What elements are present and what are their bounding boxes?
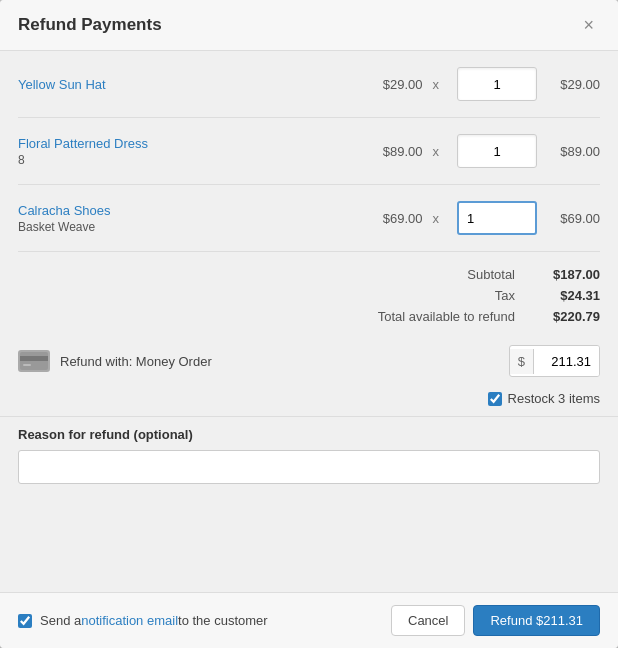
qty-input[interactable]: [457, 134, 537, 168]
card-icon: [18, 350, 50, 372]
subtotal-value: $187.00: [535, 267, 600, 282]
footer-text-post: to the customer: [178, 613, 268, 628]
tax-label: Tax: [495, 288, 515, 303]
qty-input-wrap: [457, 201, 537, 235]
tax-row: Tax $24.31: [18, 285, 600, 306]
summary-section: Subtotal $187.00 Tax $24.31 Total availa…: [0, 252, 618, 331]
modal-body: Yellow Sun Hat $29.00 x $29.00 Floral Pa…: [0, 51, 618, 592]
modal-footer: Send a notification email to the custome…: [0, 592, 618, 648]
reason-section: Reason for refund (optional): [0, 416, 618, 498]
footer-buttons: Cancel Refund $211.31: [391, 605, 600, 636]
total-label: Total available to refund: [378, 309, 515, 324]
multiply-sign: x: [433, 211, 440, 226]
refund-modal: Refund Payments × Yellow Sun Hat $29.00 …: [0, 0, 618, 648]
item-name[interactable]: Floral Patterned Dress: [18, 136, 368, 151]
qty-input-wrap: [457, 134, 537, 168]
subtotal-label: Subtotal: [467, 267, 515, 282]
svg-rect-2: [23, 364, 31, 366]
refund-method-row: Refund with: Money Order $: [0, 335, 618, 387]
credit-card-icon: [20, 352, 48, 370]
items-section: Yellow Sun Hat $29.00 x $29.00 Floral Pa…: [0, 51, 618, 252]
cancel-button[interactable]: Cancel: [391, 605, 465, 636]
item-info: Calracha Shoes Basket Weave: [18, 203, 368, 234]
qty-input-wrap: [457, 67, 537, 101]
item-total: $29.00: [545, 77, 600, 92]
table-row: Calracha Shoes Basket Weave $69.00 x $69…: [18, 185, 600, 252]
notification-checkbox[interactable]: [18, 614, 32, 628]
qty-input[interactable]: [457, 67, 537, 101]
refund-button[interactable]: Refund $211.31: [473, 605, 600, 636]
tax-value: $24.31: [535, 288, 600, 303]
multiply-sign: x: [433, 144, 440, 159]
dollar-sign: $: [510, 349, 534, 374]
table-row: Yellow Sun Hat $29.00 x $29.00: [18, 51, 600, 118]
reason-input[interactable]: [18, 450, 600, 484]
refund-amount-input[interactable]: [534, 346, 599, 376]
total-value: $220.79: [535, 309, 600, 324]
total-row: Total available to refund $220.79: [18, 306, 600, 327]
item-name[interactable]: Yellow Sun Hat: [18, 77, 368, 92]
restock-row: Restock 3 items: [0, 387, 618, 416]
reason-label: Reason for refund (optional): [18, 427, 600, 442]
qty-input-active[interactable]: [457, 201, 537, 235]
item-total: $69.00: [545, 211, 600, 226]
item-variant: 8: [18, 153, 368, 167]
item-price: $69.00: [368, 211, 423, 226]
modal-title: Refund Payments: [18, 15, 162, 35]
restock-checkbox[interactable]: [488, 392, 502, 406]
item-price: $89.00: [368, 144, 423, 159]
footer-notification: Send a notification email to the custome…: [18, 613, 268, 628]
notification-email-link[interactable]: notification email: [81, 613, 178, 628]
svg-rect-1: [20, 356, 48, 361]
refund-amount-wrap: $: [509, 345, 600, 377]
item-total: $89.00: [545, 144, 600, 159]
footer-text-pre: Send a: [40, 613, 81, 628]
close-button[interactable]: ×: [577, 14, 600, 36]
item-name[interactable]: Calracha Shoes: [18, 203, 368, 218]
item-info: Yellow Sun Hat: [18, 77, 368, 92]
table-row: Floral Patterned Dress 8 $89.00 x $89.00: [18, 118, 600, 185]
item-info: Floral Patterned Dress 8: [18, 136, 368, 167]
multiply-sign: x: [433, 77, 440, 92]
item-price: $29.00: [368, 77, 423, 92]
modal-header: Refund Payments ×: [0, 0, 618, 51]
item-variant: Basket Weave: [18, 220, 368, 234]
refund-method-label: Refund with: Money Order: [60, 354, 509, 369]
restock-label: Restock 3 items: [508, 391, 600, 406]
subtotal-row: Subtotal $187.00: [18, 264, 600, 285]
